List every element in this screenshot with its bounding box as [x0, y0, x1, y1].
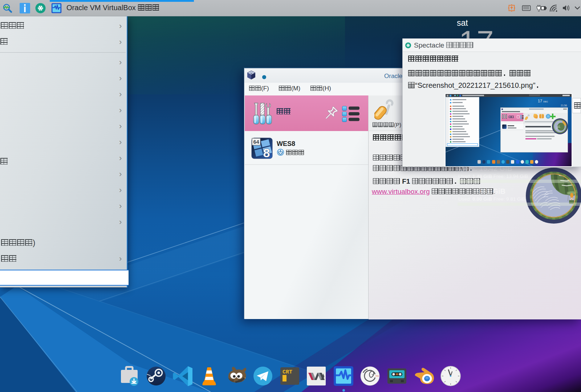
svg-text:8: 8	[263, 146, 270, 159]
svg-text:CRT: CRT	[283, 369, 292, 375]
svg-text:64: 64	[253, 139, 259, 145]
svg-text:ms: ms	[375, 375, 379, 377]
